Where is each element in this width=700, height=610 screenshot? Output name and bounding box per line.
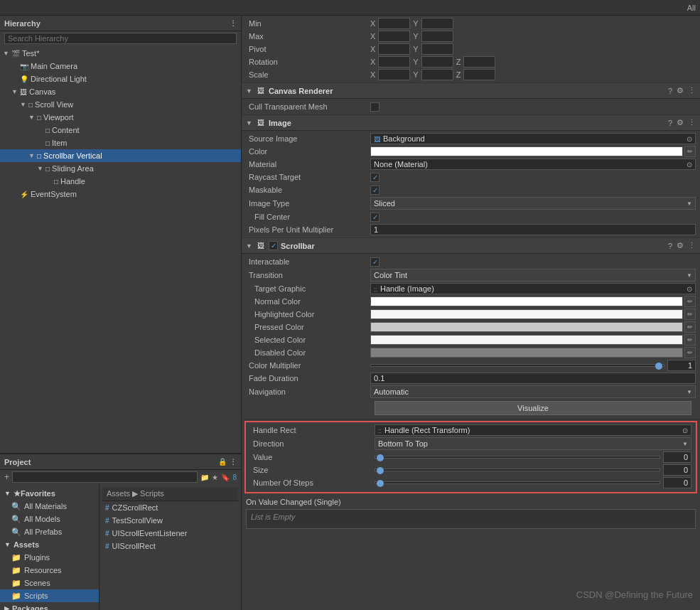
normal-color-eyedropper[interactable]: ✏ <box>684 296 696 307</box>
pixels-per-unit-input[interactable] <box>370 224 696 235</box>
favorites-section[interactable]: ▼★ Favorites <box>0 487 99 500</box>
plugins-folder[interactable]: 📁Plugins <box>0 551 99 564</box>
resources-folder[interactable]: 📁Resources <box>0 564 99 577</box>
pivot-x-input[interactable]: 1 <box>378 43 410 55</box>
scrollbar-more-icon[interactable]: ⋮ <box>688 241 696 250</box>
add-icon[interactable]: + <box>4 472 9 482</box>
folder-icon[interactable]: 📁 <box>200 473 209 481</box>
target-graphic-row: Target Graphic ::Handle (Image) ⊙ <box>242 282 700 295</box>
all-models-item[interactable]: 🔍All Models <box>0 513 99 525</box>
scenes-folder[interactable]: 📁Scenes <box>0 577 99 589</box>
pressed-color-swatch[interactable] <box>370 322 683 332</box>
hierarchy-item-main-camera[interactable]: 📷Main Camera <box>0 60 241 73</box>
scale-y-input[interactable]: 1 <box>421 69 453 80</box>
target-graphic-field[interactable]: ::Handle (Image) ⊙ <box>370 283 696 294</box>
transition-dropdown[interactable]: Color Tint▼ <box>370 269 696 282</box>
color-swatch[interactable] <box>370 146 683 156</box>
hierarchy-search-input[interactable] <box>4 33 237 44</box>
selected-color-swatch[interactable] <box>370 335 683 345</box>
highlighted-color-swatch[interactable] <box>370 309 683 319</box>
disabled-color-swatch[interactable] <box>370 348 683 358</box>
min-x-input[interactable]: 1 <box>378 18 410 29</box>
settings-icon[interactable]: ⚙ <box>677 86 684 95</box>
image-settings-icon[interactable]: ⚙ <box>677 118 684 127</box>
handle-rect-field[interactable]: ::Handle (Rect Transform) ⊙ <box>375 424 691 436</box>
image-section-header[interactable]: ▼ 🖼 Image ? ⚙ ⋮ <box>242 115 700 131</box>
hierarchy-item-content[interactable]: □Content <box>0 124 241 137</box>
help-icon[interactable]: ? <box>668 87 672 95</box>
visualize-btn[interactable]: Visualize <box>375 401 691 415</box>
scrollbar-enabled-check[interactable]: ✓ <box>269 241 278 250</box>
all-prefabs-item[interactable]: 🔍All Prefabs <box>0 525 99 538</box>
assets-section[interactable]: ▼Assets <box>0 538 99 551</box>
rotation-z-input[interactable]: 0 <box>463 56 495 68</box>
handle-rect-btn[interactable]: ⊙ <box>682 427 688 434</box>
scrollbar-help-icon[interactable]: ? <box>668 242 672 250</box>
scale-x-input[interactable]: 1 <box>378 69 410 80</box>
max-x-input[interactable]: 1 <box>378 31 410 42</box>
all-materials-item[interactable]: 🔍All Materials <box>0 500 99 513</box>
image-help-icon[interactable]: ? <box>668 119 672 127</box>
size-input[interactable] <box>663 464 691 476</box>
target-graphic-btn[interactable]: ⊙ <box>686 285 692 293</box>
num-steps-input[interactable] <box>663 477 691 488</box>
normal-color-swatch[interactable] <box>370 296 683 306</box>
material-target-btn[interactable]: ⊙ <box>686 161 692 168</box>
script-item[interactable]: #TestScrollView <box>102 514 238 527</box>
script-item[interactable]: #UIScrollEventListener <box>102 527 238 540</box>
scrollbar-header[interactable]: ▼ 🖼 ✓ Scrollbar ? ⚙ ⋮ <box>242 238 700 254</box>
script-item[interactable]: #CZScrollRect <box>102 501 238 514</box>
packages-section[interactable]: ▶Packages <box>0 602 99 610</box>
num-steps-slider[interactable] <box>375 481 660 484</box>
hierarchy-item-event-system[interactable]: ⚡EventSystem <box>0 188 241 200</box>
scripts-folder[interactable]: 📁Scripts <box>0 589 99 602</box>
hierarchy-item-viewport[interactable]: ▼□Viewport <box>0 111 241 124</box>
count-badge: 8 <box>232 473 237 481</box>
raycast-checkbox[interactable]: ✓ <box>370 173 379 182</box>
rotation-x-input[interactable]: 0 <box>378 56 410 68</box>
hierarchy-item-item[interactable]: □Item <box>0 137 241 149</box>
script-item[interactable]: #UIScrollRect <box>102 540 238 552</box>
hierarchy-item-scrollbar-vertical[interactable]: ▼□Scrollbar Vertical <box>0 149 241 162</box>
max-y-input[interactable]: 1 <box>421 31 453 42</box>
size-slider[interactable] <box>375 469 660 471</box>
image-more-icon[interactable]: ⋮ <box>688 118 696 127</box>
scale-z-input[interactable]: 1 <box>463 69 495 80</box>
value-slider[interactable] <box>375 456 660 459</box>
pivot-y-input[interactable]: 1 <box>421 43 453 55</box>
fade-duration-input[interactable] <box>370 373 696 384</box>
interactable-checkbox[interactable]: ✓ <box>370 257 379 267</box>
hierarchy-item-canvas[interactable]: ▼🖼Canvas <box>0 85 241 98</box>
image-type-dropdown[interactable]: Sliced▼ <box>370 197 696 210</box>
value-input[interactable] <box>663 451 691 463</box>
direction-row: Direction Bottom To Top▼ <box>246 437 696 451</box>
hierarchy-item-directional-light[interactable]: 💡Directional Light <box>0 73 241 85</box>
more-icon[interactable]: ⋮ <box>688 86 696 95</box>
maskable-checkbox[interactable]: ✓ <box>370 186 379 195</box>
material-field[interactable]: None (Material) ⊙ <box>370 159 696 170</box>
project-search-input[interactable] <box>12 471 198 483</box>
cull-transparent-checkbox[interactable] <box>370 102 379 112</box>
hierarchy-item-scroll-view[interactable]: ▼□Scroll View <box>0 98 241 111</box>
navigation-dropdown[interactable]: Automatic▼ <box>370 385 696 398</box>
source-image-field[interactable]: 🖼Background ⊙ <box>370 133 696 144</box>
canvas-renderer-header[interactable]: ▼ 🖼 Canvas Renderer ? ⚙ ⋮ <box>242 83 700 99</box>
eyedropper-btn[interactable]: ✏ <box>684 146 696 157</box>
hierarchy-item-test[interactable]: ▼🎬Test* <box>0 47 241 60</box>
fill-center-checkbox[interactable]: ✓ <box>370 213 379 222</box>
pressed-color-eyedropper[interactable]: ✏ <box>684 321 696 333</box>
selected-color-eyedropper[interactable]: ✏ <box>684 334 696 346</box>
disabled-color-eyedropper[interactable]: ✏ <box>684 347 696 358</box>
source-image-target-btn[interactable]: ⊙ <box>686 135 692 143</box>
star-icon[interactable]: ★ <box>212 473 218 481</box>
rotation-y-input[interactable]: 0 <box>421 56 453 68</box>
color-multiplier-input[interactable] <box>667 360 696 371</box>
hierarchy-item-sliding-area[interactable]: ▼□Sliding Area <box>0 162 241 175</box>
filter-icon[interactable]: 🔖 <box>221 473 230 481</box>
min-y-input[interactable]: 0 <box>421 18 453 29</box>
highlighted-color-eyedropper[interactable]: ✏ <box>684 309 696 320</box>
hierarchy-item-handle[interactable]: □Handle <box>0 175 241 188</box>
direction-dropdown[interactable]: Bottom To Top▼ <box>375 437 691 450</box>
scrollbar-settings-icon[interactable]: ⚙ <box>677 241 684 250</box>
color-multiplier-slider[interactable] <box>370 364 664 367</box>
